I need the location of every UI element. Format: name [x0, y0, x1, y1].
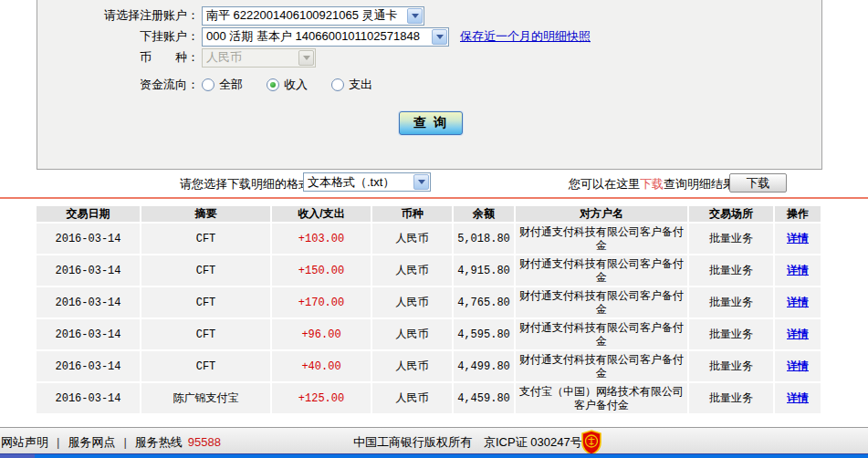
separator: | [57, 435, 59, 449]
radio-button-icon[interactable] [202, 78, 214, 91]
download-format-label: 请您选择下载明细的格式 [180, 176, 310, 193]
register-account-row: 请选择注册账户： 南平 6222001406100921065 灵通卡 [37, 5, 821, 26]
sub-account-value: 000 活期 基本户 1406600101102571848 [206, 28, 420, 45]
column-header: 币种 [372, 206, 452, 222]
column-header: 收入/支出 [272, 206, 371, 222]
cell-counterparty: 支付宝（中国）网络技术有限公司客户备付金 [516, 383, 687, 413]
hotline-label: 服务热线 [135, 435, 183, 449]
table-row: 2016-03-14CFT+150.00人民币4,915.80财付通支付科技有限… [37, 255, 821, 286]
cell-counterparty: 财付通支付科技有限公司客户备付金 [516, 351, 687, 381]
cell-currency: 人民币 [372, 319, 452, 349]
cell-summary: CFT [141, 287, 270, 317]
separator: | [123, 435, 126, 449]
cell-counterparty: 财付通支付科技有限公司客户备付金 [516, 287, 687, 317]
table-header-row: 交易日期摘要收入/支出币种余额对方户名交易场所操作 [37, 206, 821, 222]
radio-button-icon[interactable] [331, 78, 344, 91]
fund-flow-label: 资金流向： [37, 77, 199, 93]
cell-balance: 4,915.80 [454, 255, 514, 286]
cell-venue: 批量业务 [689, 255, 773, 286]
detail-link[interactable]: 详情 [787, 296, 809, 308]
download-button[interactable]: 下载 [729, 173, 787, 193]
cell-currency: 人民币 [372, 287, 452, 317]
register-account-value: 南平 6222001406100921065 灵通卡 [206, 7, 398, 24]
cell-amount: +103.00 [272, 224, 371, 254]
detail-link[interactable]: 详情 [787, 232, 809, 245]
currency-label: 币 种： [37, 49, 199, 66]
chevron-down-icon [407, 8, 423, 24]
service-branches-link[interactable]: 服务网点 [68, 435, 115, 449]
table-row: 2016-03-14CFT+96.00人民币4,595.80财付通支付科技有限公… [37, 319, 821, 349]
detail-link[interactable]: 详情 [787, 359, 809, 372]
cell-amount: +125.00 [272, 383, 371, 413]
query-button[interactable]: 查 询 [399, 111, 463, 135]
cell-action: 详情 [775, 224, 821, 254]
column-header: 摘要 [141, 206, 270, 222]
cell-counterparty: 财付通支付科技有限公司客户备付金 [516, 224, 687, 254]
sub-account-label: 下挂账户： [37, 28, 199, 45]
cell-venue: 批量业务 [689, 351, 773, 381]
sub-account-select[interactable]: 000 活期 基本户 1406600101102571848 [202, 27, 449, 47]
table-row: 2016-03-14CFT+170.00人民币4,765.80财付通支付科技有限… [37, 287, 821, 317]
column-header: 交易日期 [37, 206, 140, 222]
cell-date: 2016-03-14 [37, 319, 140, 349]
download-hint-prefix: 您可以在这里 [569, 177, 640, 191]
chevron-down-icon [413, 174, 429, 190]
radio-all[interactable]: 全部 [202, 77, 243, 93]
radio-button-icon[interactable] [267, 78, 279, 91]
cell-action: 详情 [775, 351, 821, 381]
column-header: 交易场所 [689, 206, 773, 222]
radio-income[interactable]: 收入 [267, 77, 308, 93]
detail-link[interactable]: 详情 [787, 264, 809, 276]
download-format-value: 文本格式（.txt） [308, 174, 394, 191]
cell-amount: +150.00 [272, 255, 371, 286]
copyright-text: 中国工商银行版权所有 京ICP证 030247号 [353, 434, 582, 451]
cell-balance: 4,499.80 [454, 351, 514, 381]
radio-all-label: 全部 [219, 77, 243, 93]
snapshot-link[interactable]: 保存近一个月的明细快照 [460, 28, 591, 45]
cell-venue: 批量业务 [689, 224, 773, 254]
sub-account-row: 下挂账户： 000 活期 基本户 1406600101102571848 保存近… [37, 26, 821, 47]
cell-summary: CFT [141, 351, 270, 381]
download-format-select[interactable]: 文本格式（.txt） [303, 172, 431, 192]
cell-amount: +96.00 [272, 319, 371, 349]
cell-summary: CFT [141, 255, 270, 286]
cell-summary: CFT [141, 224, 270, 254]
cell-venue: 批量业务 [689, 319, 773, 349]
radio-income-label: 收入 [284, 77, 308, 93]
cell-venue: 批量业务 [689, 383, 773, 413]
download-hint-link[interactable]: 下载 [640, 177, 664, 191]
cell-counterparty: 财付通支付科技有限公司客户备付金 [516, 319, 687, 349]
column-header: 余额 [454, 206, 514, 222]
currency-value: 人民币 [206, 49, 242, 66]
footer-bar: 网站声明|服务网点|服务热线95588 中国工商银行版权所有 京ICP证 030… [0, 427, 868, 453]
detail-link[interactable]: 详情 [787, 328, 809, 340]
radio-expense-label: 支出 [349, 77, 372, 93]
site-statement-link[interactable]: 网站声明 [1, 435, 48, 449]
cell-currency: 人民币 [372, 351, 452, 381]
cell-currency: 人民币 [372, 383, 452, 413]
cell-date: 2016-03-14 [37, 255, 140, 286]
cell-amount: +40.00 [272, 351, 371, 381]
download-hint-suffix: 查询明细结果 [664, 177, 735, 191]
cell-venue: 批量业务 [689, 287, 773, 317]
cell-date: 2016-03-14 [37, 351, 140, 381]
cell-action: 详情 [775, 383, 821, 413]
download-hint: 您可以在这里下载查询明细结果 [569, 176, 735, 193]
fund-flow-row: 资金流向： 全部 收入 支出 [37, 75, 821, 95]
cell-action: 详情 [775, 287, 821, 317]
table-row: 2016-03-14陈广锦支付宝+125.00人民币4,459.80支付宝（中国… [37, 383, 821, 413]
column-header: 操作 [775, 206, 821, 222]
cell-summary: 陈广锦支付宝 [141, 383, 270, 413]
cell-date: 2016-03-14 [37, 224, 140, 254]
cell-balance: 4,765.80 [454, 287, 514, 317]
red-divider [0, 197, 868, 199]
cell-amount: +170.00 [272, 287, 371, 317]
detail-link[interactable]: 详情 [787, 391, 809, 404]
cell-currency: 人民币 [372, 224, 452, 254]
chevron-down-icon [432, 29, 447, 45]
transactions-table: 交易日期摘要收入/支出币种余额对方户名交易场所操作 2016-03-14CFT+… [35, 204, 822, 415]
cell-balance: 4,459.80 [454, 383, 514, 413]
register-account-select[interactable]: 南平 6222001406100921065 灵通卡 [202, 6, 424, 26]
radio-expense[interactable]: 支出 [331, 77, 372, 93]
currency-select: 人民币 [202, 48, 316, 68]
